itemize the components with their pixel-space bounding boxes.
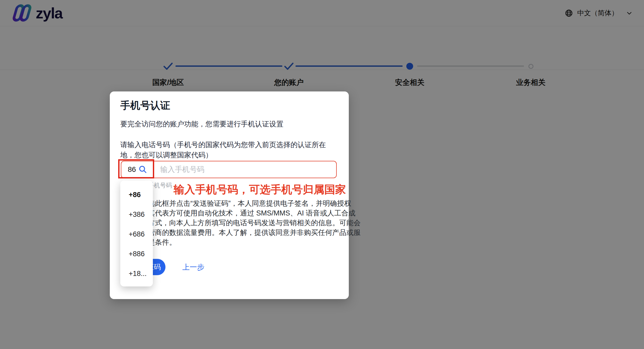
consent-line: 提条件。 bbox=[148, 238, 361, 247]
phone-instruction-text: 请输入电话号码（手机号的国家代码为您带入前页选择的认证所在地，您也可以调整国家代… bbox=[120, 140, 337, 160]
country-code-option[interactable]: +18... bbox=[120, 264, 153, 284]
modal-subtitle: 要完全访问您的账户功能，您需要进行手机认证设置 bbox=[120, 119, 283, 129]
page: zyla 中文（简体） bbox=[0, 0, 644, 349]
country-code-value: 86 bbox=[128, 165, 136, 174]
phone-number-input[interactable] bbox=[153, 161, 336, 178]
consent-line: 选此框并点击“发送验证码”，本人同意提供电子签名，并明确授权 bbox=[148, 199, 361, 208]
modal-title: 手机号认证 bbox=[120, 99, 170, 112]
consent-line: 方式，向本人上方所填写的电话号码发送与营销相关的信息。可能会 bbox=[148, 218, 361, 228]
phone-input-row: 86 bbox=[121, 161, 337, 178]
consent-line: 其代表方可使用自动化技术，通过 SMS/MMS、AI 语音或人工合成 bbox=[148, 208, 361, 218]
country-code-option[interactable]: +86 bbox=[120, 185, 153, 205]
country-code-option[interactable]: +386 bbox=[120, 205, 153, 224]
country-code-selector[interactable]: 86 bbox=[121, 161, 153, 178]
search-icon bbox=[139, 165, 147, 174]
country-code-option[interactable]: +886 bbox=[120, 244, 153, 264]
country-code-option[interactable]: +686 bbox=[120, 224, 153, 244]
previous-step-link[interactable]: 上一步 bbox=[182, 262, 204, 272]
consent-line: 营商的数据流量费用。本人了解，提供该同意并非购买任何产品或服 bbox=[148, 228, 361, 238]
country-code-dropdown: +86 +386 +686 +886 +18... bbox=[120, 181, 153, 286]
consent-text: 选此框并点击“发送验证码”，本人同意提供电子签名，并明确授权 其代表方可使用自动… bbox=[148, 199, 361, 247]
